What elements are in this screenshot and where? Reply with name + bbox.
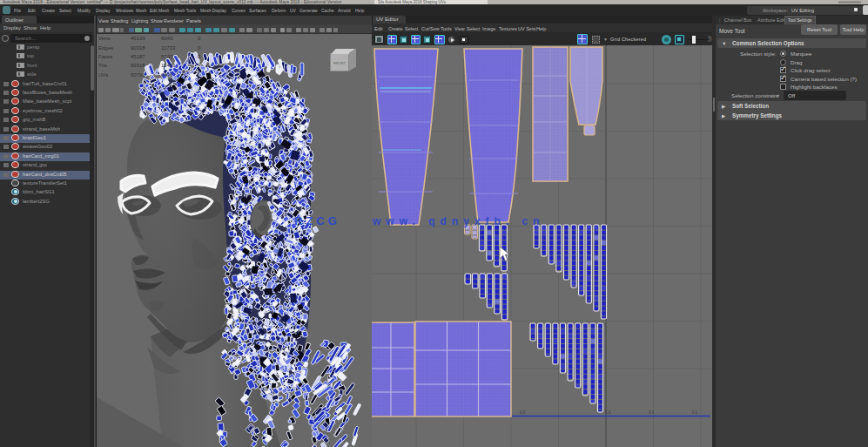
svg-text:0 0: 0 0	[605, 410, 611, 415]
svg-text:0 0: 0 0	[649, 410, 655, 415]
svg-text:0 0: 0 0	[520, 410, 526, 415]
svg-text:0 0: 0 0	[692, 410, 698, 415]
